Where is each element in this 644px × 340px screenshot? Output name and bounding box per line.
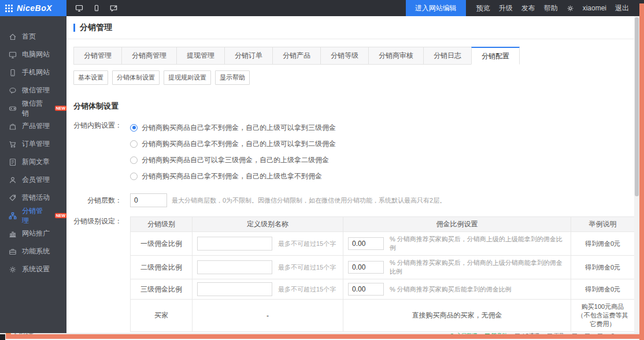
- buyer-description: 直接购买商品的买家，无佣金: [343, 300, 571, 331]
- logout-link[interactable]: 退出: [615, 3, 629, 13]
- level2-name-input[interactable]: [197, 260, 272, 274]
- sidebar-item-mobile-site[interactable]: 手机网站: [0, 63, 66, 81]
- withdrawal-rules-settings-button[interactable]: 提现规则设置: [164, 70, 211, 85]
- logo-area[interactable]: NiceBoX: [0, 0, 66, 16]
- section-heading-distribution-system: 分销体制设置: [73, 101, 634, 111]
- radio-icon: [130, 173, 138, 180]
- buyer-name-placeholder: -: [193, 300, 343, 331]
- name-length-hint: 最多不可超过15个字: [278, 285, 336, 294]
- scrollbar-thumb[interactable]: [635, 17, 639, 196]
- sidebar-item-distribution[interactable]: 分销管理 NEW: [0, 207, 66, 225]
- distribution-system-settings-button[interactable]: 分销体制设置: [112, 70, 160, 85]
- gear-icon: [9, 266, 17, 274]
- username[interactable]: xiaomei: [583, 4, 606, 12]
- tab-distribution-mgmt[interactable]: 分销管理: [73, 47, 122, 65]
- sidebar-item-news[interactable]: 新闻文章: [0, 153, 66, 171]
- tab-distributor-review[interactable]: 分销商审核: [368, 47, 424, 65]
- desktop-icon: [9, 51, 17, 59]
- sidebar-item-wechat-marketing[interactable]: 微信营销 NEW: [0, 99, 66, 117]
- message-icon[interactable]: [109, 4, 118, 12]
- name-length-hint: 最多不可超过15个字: [278, 240, 336, 248]
- mobile-icon: [9, 69, 17, 77]
- sitemap-icon: [9, 212, 17, 220]
- level3-name-input[interactable]: [197, 282, 272, 296]
- sidebar-item-label: 首页: [22, 32, 36, 42]
- tab-distribution-grades[interactable]: 分销等级: [320, 47, 369, 65]
- sidebar-item-pc-site[interactable]: 电脑网站: [0, 46, 66, 63]
- sidebar-item-label: 网站推广: [22, 229, 50, 238]
- sidebar-item-label: 微信管理: [22, 85, 50, 95]
- radio-label: 分销商购买商品自己拿不到佣金，自己的上级可以拿到三级佣金: [142, 123, 336, 133]
- grade-table: 分销级别 定义级别名称 佣金比例设置 举例说明 一级佣金比例 最多不可超过15个…: [130, 216, 634, 332]
- inner-purchase-option-3[interactable]: 分销商购买商品自己可以拿三级佣金，自己的上级拿二级佣金: [130, 152, 336, 168]
- tab-distributor-mgmt[interactable]: 分销商管理: [121, 47, 177, 65]
- publish-link[interactable]: 发布: [521, 3, 535, 13]
- sidebar-item-promotion[interactable]: 网站推广: [0, 225, 66, 242]
- sidebar-item-function-system[interactable]: 功能系统: [0, 242, 66, 260]
- radio-icon: [130, 156, 138, 164]
- level-label: 二级佣金比例: [131, 256, 193, 279]
- tab-bar: 分销管理 分销商管理 提现管理 分销订单 分销产品 分销等级 分销商审核 分销日…: [73, 47, 634, 65]
- desktop-preview-icon[interactable]: [75, 4, 84, 12]
- main-content: 分销管理 分销管理 分销商管理 提现管理 分销订单 分销产品 分销等级 分销商审…: [66, 16, 634, 333]
- tab-distribution-config[interactable]: 分销配置: [471, 47, 520, 65]
- level1-name-input[interactable]: [197, 237, 272, 251]
- col-header-example: 举例说明: [571, 217, 634, 231]
- help-link[interactable]: 帮助: [544, 3, 558, 13]
- page-title: 分销管理: [80, 23, 112, 33]
- mobile-preview-icon[interactable]: [93, 4, 100, 12]
- bottom-left-corner-block: [0, 334, 5, 340]
- level1-rate-input[interactable]: [348, 237, 384, 250]
- orange-overlay-right: [639, 3, 644, 340]
- sidebar-item-label: 手机网站: [22, 68, 50, 77]
- level2-rate-input[interactable]: [348, 261, 384, 274]
- col-header-name: 定义级别名称: [193, 217, 343, 231]
- level3-rate-input[interactable]: [348, 283, 384, 296]
- settings-gear-icon[interactable]: [567, 5, 574, 12]
- sidebar-item-label: 系统设置: [22, 264, 50, 274]
- example-text: 得到佣金0元: [571, 279, 634, 299]
- preview-link[interactable]: 预览: [476, 3, 490, 13]
- distribution-levels-input[interactable]: [130, 193, 167, 207]
- sidebar-item-label: 会员管理: [22, 175, 50, 185]
- tab-distribution-orders[interactable]: 分销订单: [224, 47, 273, 65]
- grade-setting-label: 分销级别设定：: [73, 215, 122, 333]
- vertical-scrollbar[interactable]: [634, 16, 639, 333]
- tab-distribution-products[interactable]: 分销产品: [272, 47, 321, 65]
- tab-distribution-logs[interactable]: 分销日志: [423, 47, 472, 65]
- sidebar-item-home[interactable]: 首页: [0, 28, 66, 46]
- distribution-levels-label: 分销层数：: [73, 196, 122, 206]
- radio-label: 分销商购买商品自己拿不到佣金，自己的上级可以拿到二级佣金: [142, 139, 336, 149]
- show-help-button[interactable]: 显示帮助: [215, 70, 250, 85]
- sidebar-item-products[interactable]: 产品管理: [0, 117, 66, 135]
- enter-site-editor-button[interactable]: 进入网站编辑: [406, 0, 466, 16]
- example-text: 得到佣金0元: [571, 256, 634, 279]
- inner-purchase-option-1[interactable]: 分销商购买商品自己拿不到佣金，自己的上级可以拿到三级佣金: [130, 119, 336, 136]
- inner-purchase-option-4[interactable]: 分销商购买商品自己拿不到佣金，自己的上级也拿不到佣金: [130, 168, 336, 184]
- sidebar-item-wechat-mgmt[interactable]: 微信管理: [0, 81, 66, 99]
- rate-description: % 分销商推荐买家购买后，分销商的上级分销商能拿到的佣金比例: [390, 259, 566, 276]
- briefcase-icon: [9, 248, 17, 256]
- upgrade-link[interactable]: 升级: [499, 3, 513, 13]
- level-label: 一级佣金比例: [131, 232, 193, 255]
- bag-icon: [9, 122, 17, 130]
- wechat-icon: [9, 87, 17, 95]
- sidebar-item-orders[interactable]: 订单管理: [0, 135, 66, 153]
- inner-purchase-option-2[interactable]: 分销商购买商品自己拿不到佣金，自己的上级可以拿到二级佣金: [130, 136, 336, 152]
- sidebar-item-label: 微信营销: [22, 99, 50, 118]
- orange-overlay-bottom: [6, 334, 644, 339]
- gamepad-icon: [9, 104, 17, 113]
- document-icon: [9, 158, 17, 166]
- basic-settings-button[interactable]: 基本设置: [73, 70, 108, 85]
- apps-grid-icon[interactable]: [5, 5, 13, 12]
- sidebar-item-system-settings[interactable]: 系统设置: [0, 260, 66, 278]
- buyer-example-text: 购买100元商品 （不包含运费等其它费用）: [576, 302, 630, 328]
- radio-label: 分销商购买商品自己可以拿三级佣金，自己的上级拿二级佣金: [142, 155, 329, 165]
- tab-withdrawal-mgmt[interactable]: 提现管理: [176, 47, 225, 65]
- sidebar-item-marketing[interactable]: 营销活动: [0, 189, 66, 207]
- sidebar-item-label: 分销管理: [22, 206, 50, 226]
- inner-purchase-label: 分销内购设置：: [73, 119, 122, 184]
- cart-icon: [9, 140, 17, 148]
- table-row-buyer: 买家 - 直接购买商品的买家，无佣金 购买100元商品 （不包含运费等其它费用）: [131, 299, 634, 331]
- sidebar-item-members[interactable]: 会员管理: [0, 171, 66, 189]
